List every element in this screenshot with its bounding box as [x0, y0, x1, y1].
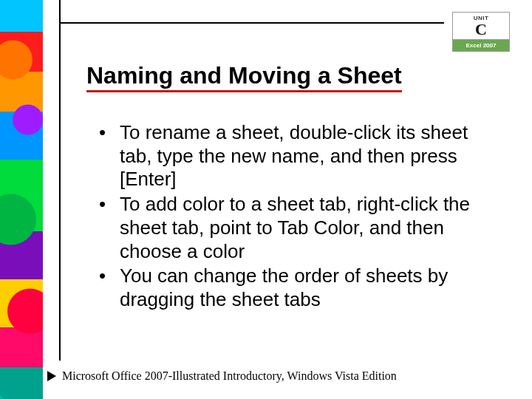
- bullet-list: To rename a sheet, double-click its shee…: [95, 121, 499, 313]
- footer-text: Microsoft Office 2007-Illustrated Introd…: [62, 369, 397, 383]
- unit-badge: UNIT C Excel 2007: [452, 12, 510, 52]
- slide-title: Naming and Moving a Sheet: [86, 64, 402, 92]
- unit-badge-top: UNIT C: [453, 13, 509, 39]
- unit-product: Excel 2007: [453, 39, 509, 51]
- footer: Microsoft Office 2007-Illustrated Introd…: [43, 369, 532, 383]
- decorative-art-strip: [0, 0, 43, 399]
- bullet-item: To rename a sheet, double-click its shee…: [95, 121, 499, 191]
- arrow-right-icon: [47, 371, 56, 381]
- unit-letter: C: [475, 21, 487, 38]
- slide: UNIT C Excel 2007 Naming and Moving a Sh…: [0, 0, 532, 399]
- bullet-item: To add color to a sheet tab, right-click…: [95, 193, 499, 263]
- horizontal-rule: [60, 22, 444, 24]
- bullet-item: You can change the order of sheets by dr…: [95, 265, 499, 311]
- vertical-rule: [59, 0, 61, 361]
